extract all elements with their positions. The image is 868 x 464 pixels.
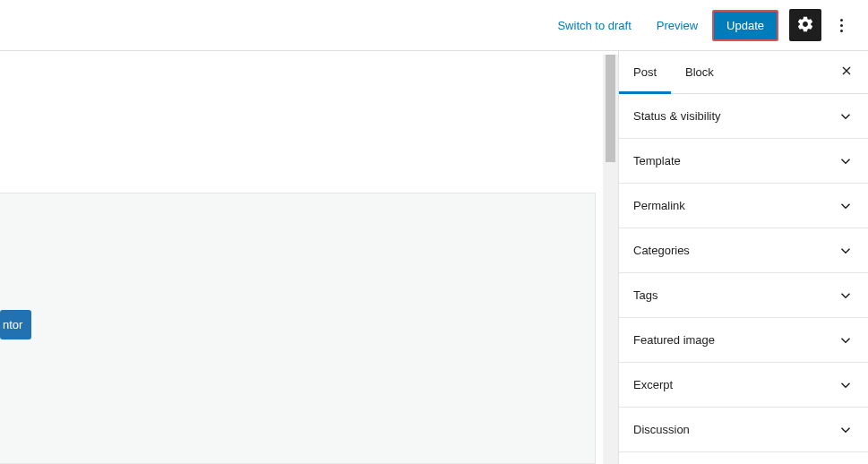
settings-button[interactable]	[789, 9, 821, 41]
panel-label: Template	[633, 154, 681, 168]
preview-link[interactable]: Preview	[646, 12, 709, 39]
more-options-button[interactable]	[825, 9, 857, 41]
panel-permalink[interactable]: Permalink	[619, 184, 868, 228]
panel-template[interactable]: Template	[619, 139, 868, 184]
content-canvas[interactable]: ntor	[0, 193, 596, 464]
settings-sidebar: Post Block Status & visibility Template …	[618, 51, 868, 464]
close-icon	[839, 64, 854, 81]
panel-categories[interactable]: Categories	[619, 228, 868, 273]
editor-toolbar: Switch to draft Preview Update	[0, 0, 868, 51]
panel-excerpt[interactable]: Excerpt	[619, 363, 868, 408]
close-sidebar-button[interactable]	[825, 51, 868, 94]
panel-label: Permalink	[633, 199, 685, 212]
chevron-down-icon	[838, 108, 854, 125]
scrollbar-thumb[interactable]	[606, 55, 615, 162]
chevron-down-icon	[838, 198, 854, 214]
panel-label: Categories	[633, 244, 690, 257]
update-button[interactable]: Update	[712, 10, 778, 41]
tab-block[interactable]: Block	[671, 51, 728, 94]
chevron-down-icon	[838, 288, 854, 304]
sidebar-tabs: Post Block	[619, 51, 868, 94]
panel-label: Featured image	[633, 333, 715, 347]
panel-status-visibility[interactable]: Status & visibility	[619, 94, 868, 139]
panel-label: Tags	[633, 288, 657, 302]
tab-active-indicator	[619, 91, 671, 94]
scrollbar[interactable]	[603, 55, 618, 464]
chevron-down-icon	[838, 332, 854, 348]
canvas-wrap: ntor	[0, 51, 618, 464]
tab-post[interactable]: Post	[619, 51, 671, 94]
gear-icon	[796, 15, 814, 36]
more-vertical-icon	[840, 17, 843, 33]
editor-main: ntor Post Block Status & visibility Temp…	[0, 51, 868, 464]
chevron-down-icon	[838, 153, 854, 169]
chevron-down-icon	[838, 243, 854, 259]
switch-to-draft-link[interactable]: Switch to draft	[546, 12, 641, 39]
panel-tags[interactable]: Tags	[619, 273, 868, 318]
chevron-down-icon	[838, 377, 854, 393]
panel-discussion[interactable]: Discussion	[619, 408, 868, 452]
panel-label: Excerpt	[633, 378, 673, 391]
elementor-button[interactable]: ntor	[0, 310, 31, 339]
chevron-down-icon	[838, 422, 854, 438]
panel-featured-image[interactable]: Featured image	[619, 318, 868, 363]
panel-label: Status & visibility	[633, 109, 721, 123]
panel-label: Discussion	[633, 423, 690, 436]
panels-list: Status & visibility Template Permalink C…	[619, 94, 868, 464]
